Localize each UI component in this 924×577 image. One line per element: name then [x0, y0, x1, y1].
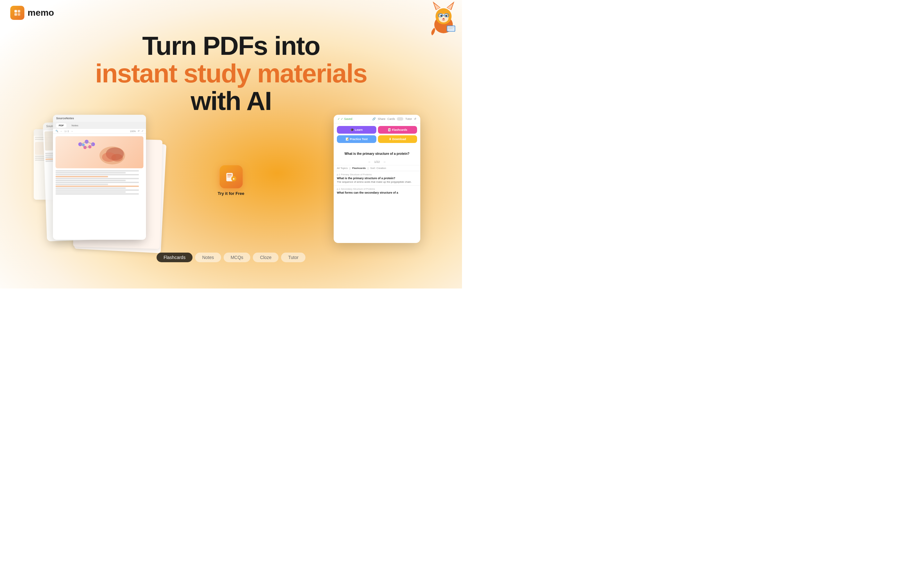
page-info: 1 / 2: [65, 130, 69, 132]
pdf-title: SourceNotes: [56, 117, 74, 120]
logo-icon: [10, 6, 24, 20]
svg-point-39: [111, 154, 123, 161]
flashcards-tag[interactable]: Flashcards: [352, 167, 366, 169]
svg-text:✦: ✦: [232, 177, 235, 181]
pdf-header: SourceNotes: [53, 115, 146, 122]
card-counter: 1/22: [374, 160, 380, 163]
flashcard-1-meta: p.1 Primary Structure of Proteins: [337, 173, 417, 176]
all-topics-tag[interactable]: All Topics: [337, 167, 348, 169]
pdf-tab-notes[interactable]: Notes: [69, 123, 81, 127]
app-icon-box: ✦: [220, 165, 242, 189]
svg-rect-41: [227, 174, 232, 175]
bottom-tab-tutor[interactable]: Tutor: [281, 253, 305, 262]
bottom-tab-flashcards[interactable]: Flashcards: [157, 253, 192, 262]
svg-rect-3: [18, 13, 20, 16]
card-navigation: ← 1/22 →: [334, 159, 420, 165]
zoom-icon: 🔍: [55, 130, 58, 132]
screenshots-area: SourceNotes SourceNotes PDF Notes 🔍 ← 1 …: [0, 111, 462, 250]
svg-rect-43: [227, 177, 230, 177]
header: memo: [0, 0, 462, 26]
sort-tag[interactable]: Sort: Creation: [370, 167, 386, 169]
refresh-icon[interactable]: ↺: [414, 117, 417, 121]
svg-rect-42: [227, 176, 232, 176]
pdf-card-main: SourceNotes PDF Notes 🔍 ← 1 / 2 → 100% ↺…: [53, 115, 146, 240]
svg-rect-2: [15, 13, 17, 16]
hero-title-line2: instant study materials: [0, 60, 462, 87]
expand-icon: ⤢: [142, 130, 144, 132]
share-icon: 🔗: [372, 117, 376, 121]
card-tags: All Topics | Flashcards | Sort: Creation: [334, 165, 420, 171]
flashcard-2-meta: p.1 Secondary Structure of Proteins: [337, 187, 417, 190]
ai-action-buttons: 🎓 Learn 🃏 Flashcards 📝 Practice Test ⬇ D…: [334, 123, 420, 145]
learn-button[interactable]: 🎓 Learn: [337, 126, 376, 134]
flashcard-1-question: What is the primary structure of a prote…: [337, 177, 417, 180]
flashcards-button[interactable]: 🃏 Flashcards: [378, 126, 417, 134]
bottom-tabs: FlashcardsNotesMCQsClozeTutor: [0, 253, 462, 262]
bottom-tab-notes[interactable]: Notes: [195, 253, 221, 262]
bottom-tab-cloze[interactable]: Cloze: [253, 253, 278, 262]
flashcard-2-question: What forms can the secondary structure o…: [337, 191, 417, 194]
hero-title-line3: with AI: [0, 87, 462, 115]
download-button[interactable]: ⬇ Download: [378, 135, 417, 143]
cta-label[interactable]: Try it for Free: [218, 191, 244, 196]
prev-card-button[interactable]: ←: [368, 160, 371, 163]
hero-title-line1: Turn PDFs into: [0, 32, 462, 60]
svg-rect-0: [15, 10, 17, 13]
toggle-switch[interactable]: [397, 117, 403, 121]
pdf-tab-pdf[interactable]: PDF: [56, 123, 66, 127]
refresh-icon: ↺: [137, 130, 140, 132]
header-actions: 🔗 Share Cards Tutor ↺: [372, 117, 417, 121]
pdf-text-lines: [55, 170, 144, 195]
pdf-tab-bar: PDF Notes: [53, 122, 146, 129]
flashcard-1-answer: The sequence of amino acids that make up…: [337, 181, 417, 183]
svg-rect-1: [18, 10, 20, 13]
next-card-button[interactable]: →: [383, 160, 386, 163]
flashcard-question: What is the primary structure of a prote…: [334, 145, 420, 159]
check-icon: ✓: [338, 117, 340, 121]
hero-section: Turn PDFs into instant study materials w…: [0, 26, 462, 115]
practice-test-button[interactable]: 📝 Practice Test: [337, 135, 376, 143]
logo[interactable]: memo: [10, 6, 54, 20]
flashcard-item-1: p.1 Primary Structure of Proteins What i…: [334, 171, 420, 185]
pdf-diagram: [55, 136, 144, 168]
bottom-tab-mcqs[interactable]: MCQs: [224, 253, 250, 262]
pdf-toolbar: 🔍 ← 1 / 2 → 100% ↺ ⤢: [53, 129, 146, 134]
pdf-content: [53, 134, 146, 239]
ai-card: ✓ ✓ Saved 🔗 Share Cards Tutor ↺ 🎓 Learn …: [334, 115, 420, 243]
saved-status: ✓ ✓ Saved: [338, 117, 352, 121]
ai-card-header: ✓ ✓ Saved 🔗 Share Cards Tutor ↺: [334, 115, 420, 123]
center-app-icon[interactable]: ✦ Try it for Free: [218, 165, 244, 196]
logo-text: memo: [27, 8, 54, 18]
flashcard-item-2: p.1 Secondary Structure of Proteins What…: [334, 185, 420, 197]
